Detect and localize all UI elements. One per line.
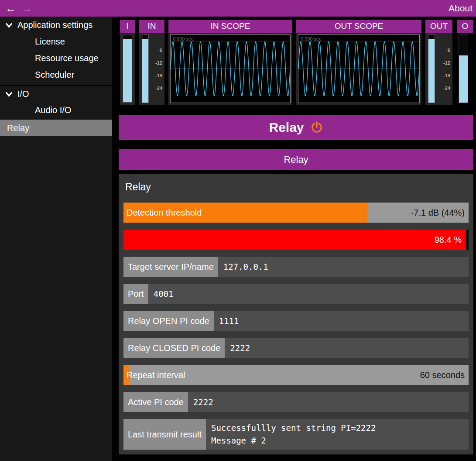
slider-value: -7.1 dB (44%) <box>411 203 465 223</box>
level-meter-fill <box>459 55 468 103</box>
forward-arrow-icon[interactable]: → <box>21 3 32 14</box>
slider-label: Detection threshold <box>127 203 202 223</box>
sidebar-group-label: Application settings <box>17 20 92 30</box>
port-input[interactable]: 4001 <box>148 284 469 304</box>
in-meter-column: IN -6 -12 -18 -24 <box>139 20 164 105</box>
active-code-field-row: Active PI code 2222 <box>123 392 469 412</box>
level-bar-value: 98.4 % <box>435 230 462 250</box>
level-meter-fill <box>123 39 132 102</box>
oscilloscope <box>298 35 419 103</box>
relay-open-code-input[interactable]: 1111 <box>214 311 469 331</box>
relay-banner-title: Relay <box>269 120 304 135</box>
meter-header: O <box>457 20 473 33</box>
field-label: Last transmit result <box>123 419 206 450</box>
input-left-meter-column: I <box>120 20 135 105</box>
sidebar-item-audio-io[interactable]: Audio I/O <box>0 102 112 118</box>
in-scope-header: IN SCOPE <box>168 20 292 33</box>
slider-label: Repeat interval <box>127 365 185 385</box>
meter-header: IN <box>139 20 164 33</box>
scope-time-label: 0.000 sec <box>301 36 322 41</box>
oscilloscope <box>171 35 290 103</box>
top-bar: ← → About <box>0 0 476 17</box>
field-label: Active PI code <box>123 392 188 412</box>
sidebar-group-label: I/O <box>17 89 29 99</box>
field-label: Relay OPEN PI code <box>123 311 214 331</box>
relay-closed-code-input[interactable]: 2222 <box>225 338 469 358</box>
level-meter-track <box>123 35 132 103</box>
out-scope-header: OUT SCOPE <box>296 20 421 33</box>
input-level-bar: 98.4 % <box>123 230 469 250</box>
in-scope-display: 0.000 sec <box>170 34 291 103</box>
relay-open-code-field-row: Relay OPEN PI code 1111 <box>123 311 469 331</box>
meter-header: OUT <box>425 20 452 33</box>
target-server-field-row: Target server IP/name 127.0.0.1 <box>123 257 469 277</box>
out-scope-display: 0.000 sec <box>298 34 420 103</box>
field-label: Target server IP/name <box>123 257 218 277</box>
relay-closed-code-field-row: Relay CLOSED PI code 2222 <box>123 338 469 358</box>
meter-scale-label: -24 <box>155 86 162 91</box>
level-meter-track <box>459 34 468 103</box>
meter-scale-label: -6 <box>446 48 450 53</box>
meter-scale-label: -24 <box>443 86 450 91</box>
output-right-meter-column: O <box>457 20 473 105</box>
meter-scale-label: -18 <box>443 73 450 78</box>
meter-body <box>120 33 135 105</box>
meter-body: -6 -12 -18 -24 <box>139 33 164 105</box>
meter-body <box>457 33 473 105</box>
meter-scale-label: -18 <box>155 73 162 78</box>
relay-panel: Relay Detection threshold -7.1 dB (44%) … <box>119 174 473 454</box>
sidebar: Application settings License Resource us… <box>0 17 112 461</box>
relay-power-banner[interactable]: Relay <box>119 115 473 140</box>
sidebar-item-license[interactable]: License <box>0 33 112 50</box>
level-bar-fill <box>123 230 466 250</box>
result-line: Message # 2 <box>211 434 469 447</box>
chevron-down-icon <box>4 89 14 99</box>
meter-scale-label: -12 <box>155 60 162 65</box>
slider-value: 60 seconds <box>420 365 465 385</box>
last-transmit-result-value: Successfullly sent string PI=2222 Messag… <box>206 419 469 450</box>
port-field-row: Port 4001 <box>123 284 469 304</box>
level-meter-fill <box>142 39 148 103</box>
field-label: Port <box>123 284 148 304</box>
level-meter-track <box>142 34 149 103</box>
meter-scale-label: -6 <box>158 48 162 53</box>
scope-time-label: 0.000 sec <box>173 36 194 41</box>
sidebar-item-scheduler[interactable]: Scheduler <box>0 66 112 83</box>
back-arrow-icon[interactable]: ← <box>5 3 16 14</box>
panel-title: Relay <box>125 181 469 193</box>
last-transmit-result-row: Last transmit result Successfullly sent … <box>123 419 469 450</box>
level-meter-fill <box>428 39 435 103</box>
level-meter-track <box>428 34 435 103</box>
repeat-interval-slider[interactable]: Repeat interval 60 seconds <box>123 365 469 385</box>
sidebar-group-application-settings[interactable]: Application settings <box>0 17 112 33</box>
in-scope-column: IN SCOPE 0.000 sec <box>168 20 292 105</box>
power-icon[interactable] <box>310 121 323 134</box>
meter-body: 0.000 sec <box>296 33 421 105</box>
field-label: Relay CLOSED PI code <box>123 338 225 358</box>
chevron-down-icon <box>4 21 14 30</box>
meter-header: I <box>120 20 135 33</box>
sidebar-item-resource-usage[interactable]: Resource usage <box>0 50 112 66</box>
target-server-input[interactable]: 127.0.0.1 <box>218 257 469 277</box>
out-scope-column: OUT SCOPE 0.000 sec <box>296 20 421 105</box>
out-meter-column: OUT -6 -12 -18 -24 <box>425 20 452 105</box>
meter-body: -6 -12 -18 -24 <box>425 33 452 105</box>
meter-scale-label: -12 <box>443 60 450 65</box>
active-code-input[interactable]: 2222 <box>188 392 469 412</box>
meter-body: 0.000 sec <box>168 33 292 105</box>
sidebar-group-io[interactable]: I/O <box>0 85 112 102</box>
result-line: Successfullly sent string PI=2222 <box>211 422 469 434</box>
sidebar-item-relay[interactable]: Relay <box>0 120 112 136</box>
detection-threshold-slider[interactable]: Detection threshold -7.1 dB (44%) <box>123 203 469 223</box>
relay-section-header[interactable]: Relay <box>119 149 473 170</box>
about-menu[interactable]: About <box>449 3 473 14</box>
